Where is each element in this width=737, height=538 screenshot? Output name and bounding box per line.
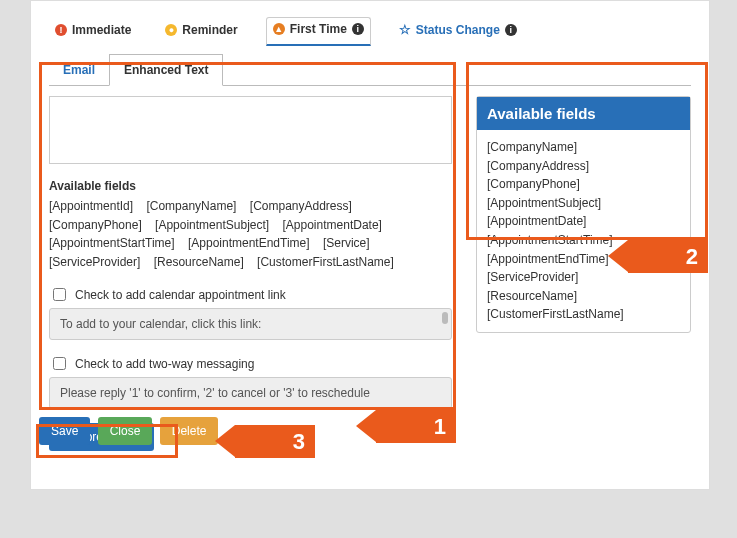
channel-tabs: Email Enhanced Text (49, 54, 691, 86)
available-fields-card: Available fields [CompanyName] [CompanyA… (476, 96, 691, 333)
field-token[interactable]: [AppointmentEndTime] (188, 234, 310, 253)
notification-type-tabs: ! Immediate ● Reminder ▲ First Time i ☆ … (49, 13, 691, 46)
field-token[interactable]: [Service] (323, 234, 370, 253)
available-fields-heading: Available fields (49, 179, 452, 193)
field-token[interactable]: [AppointmentSubject] (155, 216, 269, 235)
field-token[interactable]: [CompanyName] (487, 138, 577, 157)
message-body-textarea[interactable] (49, 96, 452, 164)
card-fields-list: [CompanyName] [CompanyAddress] [CompanyP… (477, 130, 690, 332)
field-token[interactable]: [AppointmentEndTime] (487, 250, 609, 269)
action-buttons-row: Save Close Delete (39, 417, 222, 445)
two-way-preview: Please reply '1' to confirm, '2' to canc… (49, 377, 452, 409)
card-heading: Available fields (477, 97, 690, 130)
field-token[interactable]: [CompanyAddress] (250, 197, 352, 216)
lightbulb-icon: ● (165, 24, 177, 36)
calendar-link-label: Check to add calendar appointment link (75, 288, 286, 302)
field-token[interactable]: [CustomerFirstLastName] (257, 253, 394, 272)
subtab-email[interactable]: Email (49, 55, 109, 85)
delete-button[interactable]: Delete (160, 417, 219, 445)
info-icon: i (505, 24, 517, 36)
two-way-checkbox[interactable] (53, 357, 66, 370)
field-token[interactable]: [CompanyPhone] (49, 216, 142, 235)
field-token[interactable]: [AppointmentId] (49, 197, 133, 216)
field-token[interactable]: [AppointmentSubject] (487, 194, 601, 213)
tab-reminder[interactable]: ● Reminder (159, 19, 243, 45)
two-way-label: Check to add two-way messaging (75, 357, 254, 371)
scrollbar-thumb[interactable] (442, 312, 448, 324)
notification-settings-panel: ! Immediate ● Reminder ▲ First Time i ☆ … (30, 0, 710, 490)
star-icon: ☆ (399, 22, 411, 37)
field-token[interactable]: [Service] (620, 250, 667, 269)
calendar-link-preview: To add to your calendar, click this link… (49, 308, 452, 340)
calendar-link-checkbox[interactable] (53, 288, 66, 301)
tab-label: Status Change (416, 23, 500, 37)
close-button[interactable]: Close (98, 417, 153, 445)
warning-icon: ▲ (273, 23, 285, 35)
exclamation-icon: ! (55, 24, 67, 36)
tab-label: Reminder (182, 23, 237, 37)
field-token[interactable]: [ServiceProvider] (49, 253, 140, 272)
field-token[interactable]: [AppointmentStartTime] (487, 231, 613, 250)
field-token[interactable]: [CompanyAddress] (487, 157, 589, 176)
tab-immediate[interactable]: ! Immediate (49, 19, 137, 45)
field-token[interactable]: [AppointmentDate] (283, 216, 382, 235)
info-icon: i (352, 23, 364, 35)
subtab-enhanced-text[interactable]: Enhanced Text (109, 54, 223, 86)
available-fields-list: [AppointmentId] [CompanyName] [CompanyAd… (49, 197, 452, 271)
tab-status-change[interactable]: ☆ Status Change i (393, 18, 523, 45)
field-token[interactable]: [ResourceName] (154, 253, 244, 272)
tab-label: Immediate (72, 23, 131, 37)
field-token[interactable]: [ResourceName] (487, 287, 577, 306)
tab-label: First Time (290, 22, 347, 36)
field-token[interactable]: [CompanyPhone] (487, 175, 580, 194)
field-token[interactable]: [AppointmentDate] (487, 212, 586, 231)
field-token[interactable]: [CustomerFirstLastName] (487, 305, 624, 324)
field-token[interactable]: [CompanyName] (146, 197, 236, 216)
save-button[interactable]: Save (39, 417, 90, 445)
message-editor-column: Available fields [AppointmentId] [Compan… (49, 96, 452, 451)
field-token[interactable]: [AppointmentStartTime] (49, 234, 175, 253)
tab-first-time[interactable]: ▲ First Time i (266, 17, 371, 46)
field-token[interactable]: [ServiceProvider] (487, 268, 578, 287)
